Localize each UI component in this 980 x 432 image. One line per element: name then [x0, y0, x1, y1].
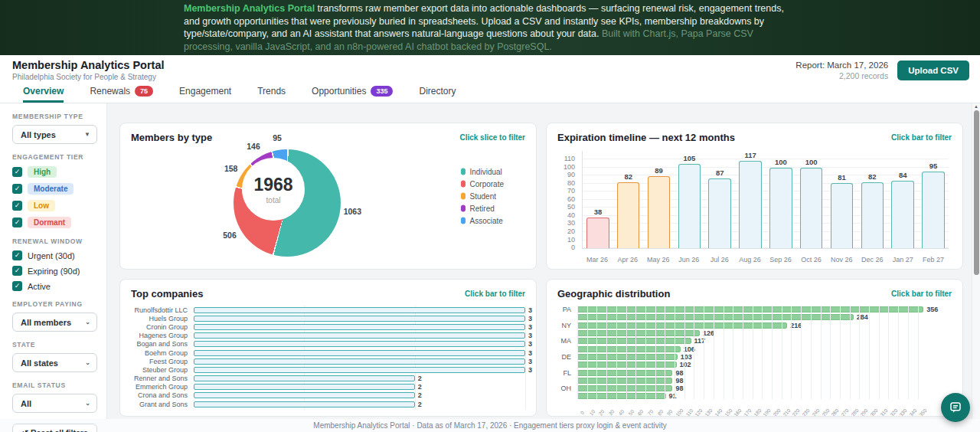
bar[interactable] [861, 182, 884, 248]
app-header: Membership Analytics Portal Philadelphia… [0, 55, 980, 83]
bar-ny[interactable] [577, 322, 787, 329]
bar-dec-26[interactable]: 82 [857, 151, 887, 248]
bar-apr-26[interactable]: 82 [613, 151, 644, 248]
select-value: All states [21, 358, 58, 368]
bar-value-label: 126 [703, 329, 714, 337]
bar-row-3[interactable] [577, 330, 700, 336]
tab-opportunities[interactable]: Opportunities335 [312, 83, 393, 103]
bar-jan-27[interactable]: 84 [887, 151, 918, 248]
x-tick-label: 20 [596, 407, 607, 417]
bar-steuber-group[interactable] [194, 367, 525, 373]
bar[interactable] [586, 218, 609, 248]
membership-type-select[interactable]: All types▼ [12, 125, 97, 144]
bar-feest-group[interactable] [194, 358, 525, 365]
chat-bubble-icon [949, 401, 962, 414]
employer-paying-select[interactable]: All members⌄ [12, 313, 97, 332]
bar-aug-26[interactable]: 117 [735, 151, 766, 248]
x-tick-label: Jan 27 [887, 256, 918, 263]
chat-launcher-button[interactable] [941, 393, 970, 422]
bar-cronin-group[interactable] [194, 324, 525, 330]
bar-sep-26[interactable]: 100 [766, 151, 796, 248]
bar[interactable] [831, 183, 853, 248]
legend-item-corporate[interactable]: Corporate [461, 180, 504, 188]
bar-may-26[interactable]: 89 [644, 151, 675, 248]
filter-checkbox-low[interactable]: ✓Low [12, 200, 97, 211]
upload-csv-button[interactable]: Upload CSV [897, 61, 969, 80]
bar-jun-26[interactable]: 105 [674, 151, 704, 248]
legend-item-student[interactable]: Student [461, 192, 504, 201]
bar-crona-and-sons[interactable] [194, 392, 415, 398]
checkbox-checked-icon[interactable]: ✓ [12, 184, 22, 194]
gridline [830, 306, 831, 399]
vertical-scrollbar[interactable]: ▲ [972, 103, 980, 419]
bar-runolfsdottir-llc[interactable] [194, 307, 525, 313]
scrollbar-up-icon[interactable]: ▲ [972, 104, 980, 109]
legend-item-associate[interactable]: Associate [461, 217, 504, 225]
tab-label: Engagement [179, 86, 231, 97]
bar[interactable] [922, 172, 944, 248]
x-tick-label: 230 [801, 407, 812, 417]
filter-checkbox-dormant[interactable]: ✓Dormant [12, 217, 97, 228]
filter-checkbox-high[interactable]: ✓High [12, 166, 97, 178]
tab-engagement[interactable]: Engagement [179, 83, 231, 103]
legend-item-retired[interactable]: Retired [461, 205, 504, 213]
bar-bogan-and-sons[interactable] [194, 341, 525, 347]
bar-grant-and-sons[interactable] [194, 401, 415, 407]
email-status-select[interactable]: All⌄ [12, 394, 97, 413]
card-title: Geographic distribution [557, 288, 670, 299]
bar-oct-26[interactable]: 100 [796, 151, 827, 248]
filter-checkbox-expiring-90d-[interactable]: ✓Expiring (90d) [12, 266, 97, 276]
bar-de[interactable] [577, 354, 678, 360]
x-tick-label: 120 [694, 407, 704, 417]
bar[interactable] [678, 164, 701, 248]
bar-row-7[interactable] [577, 362, 677, 368]
bar-nov-26[interactable]: 81 [827, 151, 858, 248]
tab-renewals[interactable]: Renewals75 [90, 83, 153, 103]
bar-row-1[interactable] [577, 314, 854, 320]
scrollbar-thumb[interactable] [974, 110, 979, 275]
filter-hint: Click bar to filter [465, 290, 525, 298]
tab-label: Trends [257, 86, 286, 97]
bar-huels-group[interactable] [194, 316, 525, 322]
legend-dot [461, 181, 466, 188]
tab-trends[interactable]: Trends [257, 83, 286, 103]
bar-fl[interactable] [577, 370, 672, 376]
filter-checkbox-moderate[interactable]: ✓Moderate [12, 183, 97, 195]
filter-checkbox-active[interactable]: ✓Active [12, 281, 97, 291]
tab-directory[interactable]: Directory [419, 83, 456, 103]
state-select[interactable]: All states⌄ [12, 353, 97, 372]
checkbox-checked-icon[interactable]: ✓ [12, 281, 22, 291]
legend-item-individual[interactable]: Individual [461, 168, 504, 176]
bar-boehm-group[interactable] [194, 350, 525, 356]
checkbox-checked-icon[interactable]: ✓ [12, 167, 22, 177]
bar-value-label: 3 [528, 340, 532, 348]
checkbox-checked-icon[interactable]: ✓ [12, 218, 22, 227]
reset-filters-button[interactable]: ↺ Reset all filters [12, 424, 97, 432]
checkbox-checked-icon[interactable]: ✓ [12, 266, 22, 276]
bar-row-11[interactable] [577, 393, 666, 399]
bar-pa[interactable] [577, 306, 923, 313]
filter-checkbox-urgent-30d-[interactable]: ✓Urgent (30d) [12, 250, 97, 260]
bar-oh[interactable] [577, 385, 672, 391]
card-geographic-distribution: Geographic distribution Click bar to fil… [546, 279, 963, 417]
bar[interactable] [648, 176, 670, 248]
x-tick-label: 170 [743, 407, 753, 417]
checkbox-checked-icon[interactable]: ✓ [12, 250, 22, 260]
bar[interactable] [739, 161, 761, 248]
bar-jul-26[interactable]: 87 [704, 151, 735, 248]
legend-dot [461, 193, 466, 200]
bar[interactable] [708, 178, 730, 248]
bar[interactable] [769, 168, 792, 248]
bar-row-9[interactable] [577, 378, 672, 384]
tab-overview[interactable]: Overview [23, 83, 64, 103]
bar[interactable] [891, 181, 913, 248]
bar-renner-and-sons[interactable] [194, 375, 415, 381]
checkbox-checked-icon[interactable]: ✓ [12, 201, 22, 211]
bar-emmerich-group[interactable] [194, 384, 415, 390]
bar-hagenes-group[interactable] [194, 332, 525, 339]
legend-dot [461, 169, 466, 175]
bar-mar-26[interactable]: 38 [583, 151, 613, 248]
bar[interactable] [617, 182, 639, 248]
bar-feb-27[interactable]: 95 [918, 151, 949, 248]
bar[interactable] [800, 168, 822, 248]
